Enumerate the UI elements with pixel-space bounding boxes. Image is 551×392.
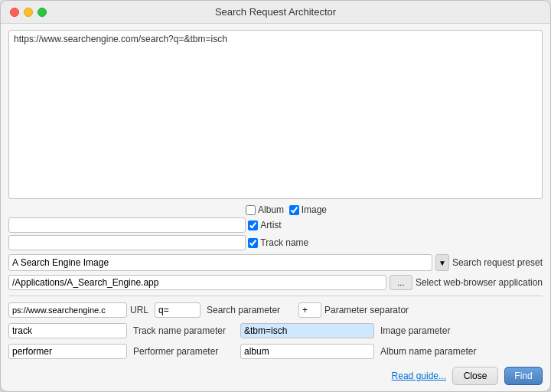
browse-button[interactable]: ... (390, 275, 412, 290)
tbm-input[interactable] (240, 323, 374, 338)
album-checkbox-label[interactable]: Album (246, 204, 284, 215)
url-text: https://www.searchengine.com/search?q=&t… (14, 34, 227, 44)
close-button[interactable]: Close (452, 367, 498, 385)
browser-row: ... Select web-browser application (8, 275, 543, 290)
preset-row: A Search Engine Image ▼ Search request p… (8, 254, 543, 271)
trackname-checkbox[interactable] (248, 238, 258, 248)
param-sep-label: Parameter separator (324, 302, 543, 318)
close-traffic-light[interactable] (10, 8, 19, 17)
url-display-area[interactable]: https://www.searchengine.com/search?q=&t… (8, 30, 543, 199)
artist-checkbox-label[interactable]: Artist (248, 220, 281, 230)
artist-row: Artist (8, 217, 543, 233)
url-label: URL (130, 302, 152, 318)
url-params-row1: ps://www.searchengine.c URL Search param… (8, 302, 543, 318)
performer-input[interactable] (8, 344, 127, 359)
preset-select[interactable]: A Search Engine Image (8, 254, 432, 271)
trackname-input[interactable] (8, 235, 246, 250)
browser-path-input[interactable] (8, 275, 386, 290)
checkboxes-section: Album Image Artist (8, 204, 543, 250)
minimize-traffic-light[interactable] (24, 8, 33, 17)
album-param-input[interactable] (240, 344, 374, 359)
album-image-row: Album Image (8, 204, 543, 215)
bottom-buttons-row: Read guide... Close Find (8, 367, 543, 385)
search-param-label: Search parameter (204, 302, 295, 318)
artist-input[interactable] (8, 217, 246, 233)
album-name-param-label: Album name parameter (377, 343, 543, 360)
performer-param-label: Performer parameter (130, 343, 237, 360)
titlebar: Search Request Architector (1, 1, 550, 24)
performer-album-row: Performer parameter Album name parameter (8, 343, 543, 360)
url-truncated-display: ps://www.searchengine.c (8, 302, 127, 318)
track-input[interactable] (8, 323, 127, 338)
track-name-param-label: Track name parameter (130, 322, 237, 339)
track-tbm-row: Track name parameter Image parameter (8, 322, 543, 339)
find-button[interactable]: Find (504, 367, 543, 385)
image-checkbox-label[interactable]: Image (289, 204, 327, 215)
main-window: Search Request Architector https://www.s… (0, 0, 551, 392)
trackname-checkbox-label[interactable]: Track name (248, 237, 308, 248)
q-input[interactable] (155, 302, 201, 318)
content-area: https://www.searchengine.com/search?q=&t… (1, 24, 550, 391)
read-guide-button[interactable]: Read guide... (392, 371, 446, 381)
album-checkbox[interactable] (246, 205, 256, 215)
preset-label: Search request preset (452, 257, 543, 268)
trackname-row: Track name (8, 235, 543, 250)
image-checkbox[interactable] (289, 205, 299, 215)
separator (8, 296, 543, 296)
traffic-lights (10, 8, 47, 17)
window-title: Search Request Architector (215, 6, 336, 18)
artist-checkbox[interactable] (248, 220, 258, 230)
preset-arrow-button[interactable]: ▼ (435, 254, 449, 271)
param-plus-input[interactable] (298, 302, 321, 318)
image-param-label: Image parameter (377, 322, 543, 339)
browser-select-label: Select web-browser application (416, 277, 543, 288)
maximize-traffic-light[interactable] (37, 8, 47, 17)
